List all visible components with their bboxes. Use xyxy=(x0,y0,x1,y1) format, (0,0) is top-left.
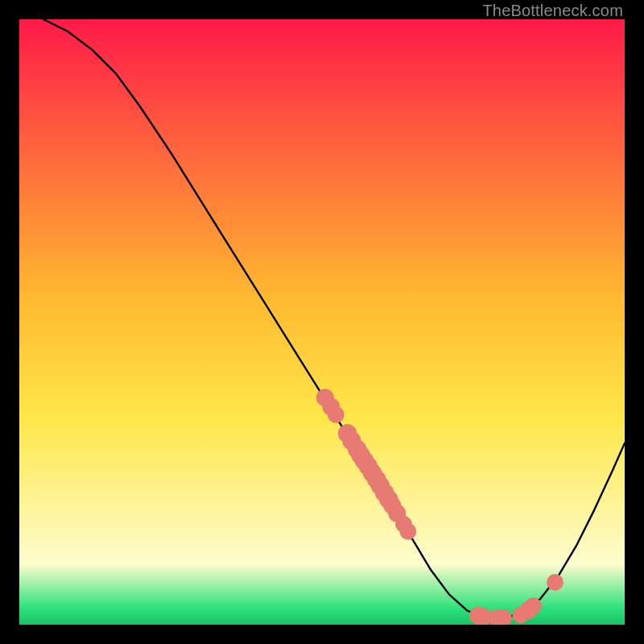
data-dot xyxy=(328,407,345,423)
chart-frame xyxy=(19,19,625,625)
data-dot xyxy=(547,574,564,591)
watermark-text: TheBottleneck.com xyxy=(482,2,623,20)
bottleneck-chart xyxy=(19,19,625,625)
data-dot xyxy=(525,597,542,614)
data-dot xyxy=(399,523,416,540)
gradient-background xyxy=(19,19,625,625)
